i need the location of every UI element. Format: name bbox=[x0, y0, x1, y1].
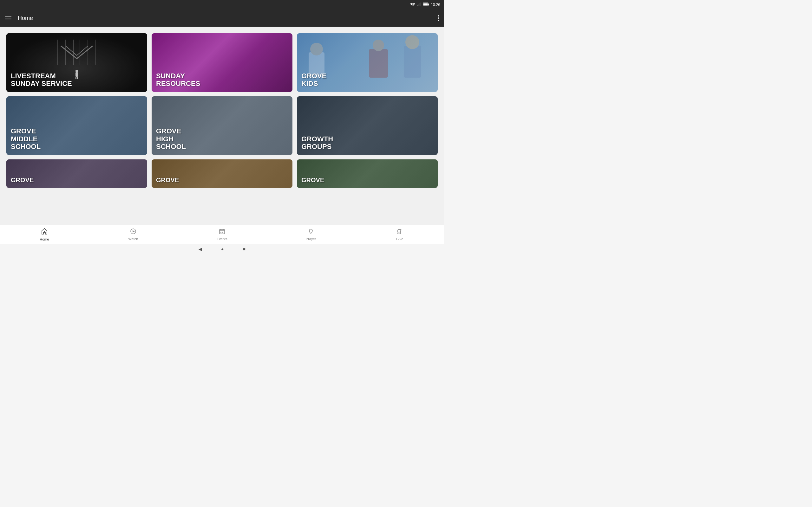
grid-item-label-grove-kids: GROVEKIDS bbox=[297, 33, 438, 92]
signal-icon bbox=[417, 3, 421, 7]
content-grid: LIVESTREAMSUNDAY SERVICE SUNDAYRESOURCES bbox=[6, 33, 438, 92]
grid-item-grove-high[interactable]: GROVEHIGHSCHOOL bbox=[152, 96, 293, 155]
nav-label-watch: Watch bbox=[129, 237, 138, 241]
nav-item-prayer[interactable]: Prayer bbox=[266, 225, 355, 244]
grid-item-label-sunday: SUNDAYRESOURCES bbox=[152, 33, 293, 92]
status-icons: 10:26 bbox=[410, 3, 440, 7]
svg-rect-3 bbox=[419, 4, 419, 6]
grid-item-label-high: GROVEHIGHSCHOOL bbox=[152, 96, 293, 155]
svg-rect-8 bbox=[423, 3, 427, 6]
svg-rect-7 bbox=[428, 4, 429, 5]
svg-rect-5 bbox=[420, 3, 421, 6]
grid-item-label-grove3: GROVE bbox=[6, 159, 147, 188]
svg-point-25 bbox=[44, 231, 45, 233]
grid-item-sunday-resources[interactable]: SUNDAYRESOURCES bbox=[152, 33, 293, 92]
svg-marker-27 bbox=[133, 230, 135, 233]
nav-item-home[interactable]: Home bbox=[0, 225, 89, 244]
system-nav-bar: ◀ ● ■ bbox=[0, 244, 444, 253]
svg-point-0 bbox=[412, 6, 413, 6]
nav-label-prayer: Prayer bbox=[306, 237, 316, 241]
grid-item-grove-kids[interactable]: GROVEKIDS bbox=[297, 33, 438, 92]
svg-rect-4 bbox=[420, 3, 420, 6]
home-button[interactable]: ● bbox=[221, 246, 223, 251]
grid-item-grove-4[interactable]: GROVE bbox=[152, 159, 293, 188]
give-icon bbox=[397, 228, 403, 236]
wifi-icon bbox=[410, 3, 415, 7]
hamburger-menu-button[interactable] bbox=[5, 16, 11, 20]
content-grid-row2: GROVEMIDDLESCHOOL GROVEHIGHSCHOOL GROWTH… bbox=[6, 96, 438, 155]
events-icon bbox=[219, 228, 225, 236]
grid-item-livestream[interactable]: LIVESTREAMSUNDAY SERVICE bbox=[6, 33, 147, 92]
app-bar: Home bbox=[0, 9, 444, 27]
svg-rect-2 bbox=[418, 4, 418, 6]
grid-item-label-growth: GROWTHGROUPS bbox=[297, 96, 438, 155]
status-time: 10:26 bbox=[431, 3, 440, 7]
grid-item-growth-groups[interactable]: GROWTHGROUPS bbox=[297, 96, 438, 155]
svg-rect-33 bbox=[222, 232, 223, 233]
main-content: LIVESTREAMSUNDAY SERVICE SUNDAYRESOURCES bbox=[0, 27, 444, 225]
grid-item-grove-3[interactable]: GROVE bbox=[6, 159, 147, 188]
status-bar: 10:26 bbox=[0, 0, 444, 9]
nav-item-watch[interactable]: Watch bbox=[89, 225, 177, 244]
grid-item-grove-5[interactable]: GROVE bbox=[297, 159, 438, 188]
back-button[interactable]: ◀ bbox=[199, 246, 202, 251]
prayer-icon bbox=[308, 228, 314, 236]
battery-icon bbox=[423, 3, 429, 7]
grid-item-label-middle: GROVEMIDDLESCHOOL bbox=[6, 96, 147, 155]
more-options-button[interactable] bbox=[438, 15, 439, 21]
home-icon bbox=[42, 228, 47, 236]
watch-icon bbox=[131, 228, 136, 236]
nav-item-give[interactable]: Give bbox=[355, 225, 444, 244]
bottom-nav: Home Watch Events bbox=[0, 225, 444, 244]
grid-item-label-livestream: LIVESTREAMSUNDAY SERVICE bbox=[6, 33, 147, 92]
svg-rect-32 bbox=[220, 232, 221, 233]
nav-label-give: Give bbox=[396, 237, 403, 241]
app-title: Home bbox=[18, 15, 438, 21]
svg-point-34 bbox=[398, 232, 400, 233]
grid-item-grove-middle[interactable]: GROVEMIDDLESCHOOL bbox=[6, 96, 147, 155]
content-grid-row3: GROVE GROVE GROVE bbox=[6, 159, 438, 188]
nav-label-events: Events bbox=[217, 237, 227, 241]
nav-label-home: Home bbox=[40, 237, 49, 241]
recents-button[interactable]: ■ bbox=[243, 246, 246, 251]
grid-item-label-grove4: GROVE bbox=[152, 159, 293, 188]
grid-item-label-grove5: GROVE bbox=[297, 159, 438, 188]
nav-item-events[interactable]: Events bbox=[177, 225, 266, 244]
svg-rect-1 bbox=[417, 5, 417, 6]
